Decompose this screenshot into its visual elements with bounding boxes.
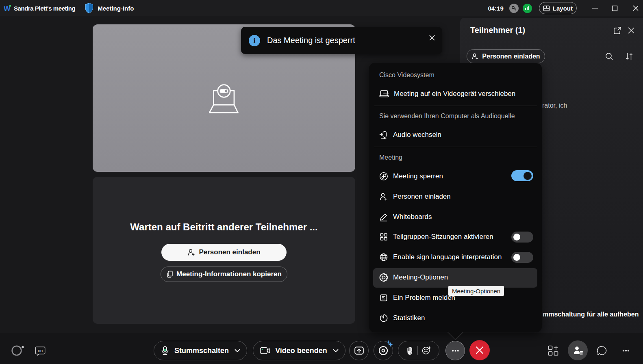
svg-text:CC: CC (38, 349, 43, 353)
